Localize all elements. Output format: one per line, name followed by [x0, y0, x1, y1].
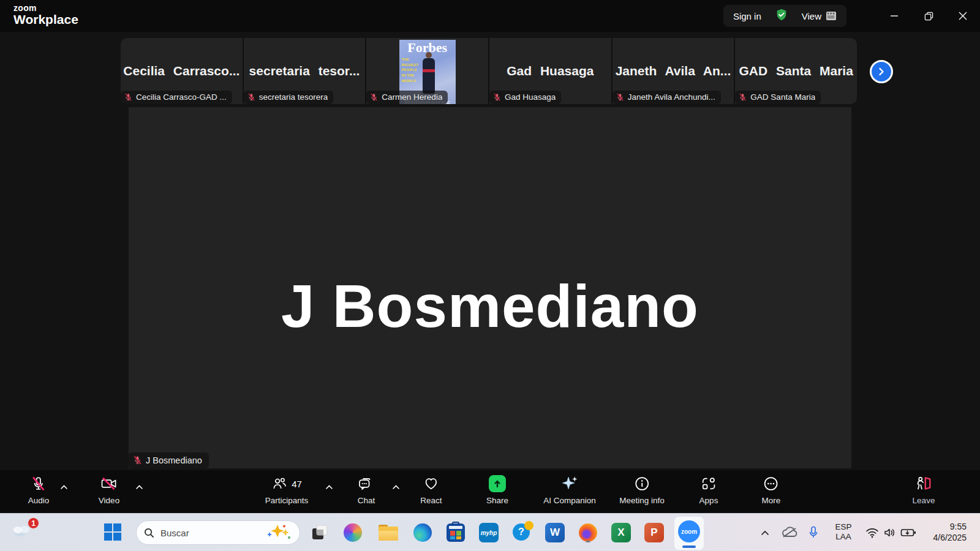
- participants-count: 47: [292, 479, 302, 489]
- participants-icon: [271, 476, 288, 492]
- video-tile-secretaria[interactable]: secretaria tesor... secretaria tesorera: [244, 38, 366, 104]
- tile-display-name: Gad Huasaga: [489, 64, 611, 78]
- word-button[interactable]: W: [544, 522, 566, 544]
- video-tile-gad-santa-maria[interactable]: GAD Santa Maria GAD Santa Maria: [735, 38, 857, 104]
- forbes-line: PEOPLE: [402, 67, 419, 73]
- video-tile-janeth[interactable]: Janeth Avila An... Janeth Avila Anchundi…: [612, 38, 734, 104]
- copilot-icon: [344, 523, 362, 542]
- tray-expand-button[interactable]: [754, 522, 776, 544]
- participants-options-caret[interactable]: [325, 481, 333, 492]
- chevron-up-icon: [135, 484, 143, 490]
- muted-camera-icon: [100, 476, 118, 492]
- security-shield-icon[interactable]: [775, 8, 788, 24]
- participant-filmstrip: Cecilia Carrasco... Cecilia Carrasco-GAD…: [121, 38, 857, 104]
- task-view-button[interactable]: [309, 522, 331, 544]
- speaker-label: J Bosmediano: [146, 455, 202, 465]
- mic-in-use-tray-icon[interactable]: [802, 522, 824, 544]
- microsoft-store-button[interactable]: [445, 522, 467, 544]
- share-label: Share: [486, 496, 508, 505]
- zoom-workplace-logo: zoom Workplace: [13, 4, 78, 26]
- ai-companion-button[interactable]: AI Companion: [543, 475, 596, 505]
- running-indicator: [586, 541, 590, 543]
- react-button[interactable]: React: [420, 475, 442, 505]
- meeting-info-label: Meeting info: [619, 496, 665, 505]
- battery-tray-button[interactable]: [897, 522, 919, 544]
- taskbar-clock[interactable]: 9:55 4/6/2025: [933, 521, 967, 544]
- muted-mic-icon: [738, 92, 747, 102]
- heart-icon: [423, 476, 440, 492]
- excel-button[interactable]: X: [610, 522, 632, 544]
- myhp-button[interactable]: myhp: [478, 522, 500, 544]
- help-icon: ?: [513, 523, 531, 542]
- participants-button[interactable]: 47 Participants: [265, 475, 309, 505]
- forbes-figure: [423, 58, 435, 94]
- video-button[interactable]: Video: [99, 475, 119, 505]
- more-button[interactable]: More: [762, 475, 781, 505]
- minimize-button[interactable]: [877, 0, 911, 32]
- next-page-button[interactable]: [870, 60, 893, 83]
- language-indicator[interactable]: ESP LAA: [835, 522, 851, 543]
- ai-companion-label: AI Companion: [543, 496, 596, 505]
- copilot-button[interactable]: [342, 522, 364, 544]
- view-label: View: [802, 11, 821, 21]
- wifi-icon: [865, 527, 879, 538]
- meeting-info-button[interactable]: Meeting info: [619, 475, 665, 505]
- weather-widget[interactable]: 1: [11, 521, 38, 544]
- chevron-up-icon: [761, 530, 769, 536]
- forbes-line: WORLD: [402, 78, 419, 84]
- tile-label: secretaria tesorera: [259, 92, 328, 102]
- video-tile-cecilia[interactable]: Cecilia Carrasco... Cecilia Carrasco-GAD…: [121, 38, 243, 104]
- audio-options-caret[interactable]: [60, 481, 68, 492]
- participants-label: Participants: [265, 496, 309, 505]
- tile-label: Janeth Avila Anchundi...: [628, 92, 715, 102]
- forbes-cover-lines: THE RICHEST PEOPLE IN THE WORLD: [402, 57, 419, 83]
- chat-button[interactable]: Chat: [358, 475, 375, 505]
- audio-label: Audio: [28, 496, 50, 505]
- powerpoint-button[interactable]: P: [643, 522, 665, 544]
- battery-saver-icon: [900, 528, 916, 538]
- get-help-button[interactable]: ?: [511, 522, 533, 544]
- leave-label: Leave: [913, 496, 935, 505]
- language-line1: ESP: [835, 522, 851, 533]
- video-tile-gad-huasaga[interactable]: Gad Huasaga Gad Huasaga: [489, 38, 611, 104]
- muted-mic-icon: [31, 476, 47, 492]
- start-button[interactable]: [104, 523, 123, 542]
- audio-button[interactable]: Audio: [28, 475, 50, 505]
- clock-date: 4/6/2025: [933, 533, 967, 544]
- sign-in-button[interactable]: Sign in: [733, 11, 761, 21]
- react-label: React: [420, 496, 442, 505]
- view-button[interactable]: View: [802, 11, 837, 21]
- edge-icon: [413, 523, 432, 542]
- onedrive-tray-button[interactable]: [778, 522, 801, 544]
- share-button[interactable]: Share: [486, 475, 508, 505]
- taskbar-search[interactable]: [136, 520, 300, 545]
- chat-options-caret[interactable]: [392, 481, 400, 492]
- chevron-up-icon: [60, 484, 68, 490]
- video-tile-carmen[interactable]: Forbes THE RICHEST PEOPLE IN THE WORLD B…: [366, 38, 488, 104]
- tile-label: Carmen Heredia: [382, 92, 442, 102]
- tile-label: Cecilia Carrasco-GAD ...: [136, 92, 227, 102]
- restore-button[interactable]: [911, 0, 946, 32]
- leave-button[interactable]: Leave: [913, 475, 935, 505]
- forbes-line: RICHEST: [402, 62, 419, 68]
- share-screen-icon: [489, 475, 506, 492]
- search-input[interactable]: [160, 528, 252, 538]
- close-button[interactable]: [946, 0, 980, 32]
- firefox-button[interactable]: [577, 522, 599, 544]
- video-options-caret[interactable]: [135, 481, 143, 492]
- apps-button[interactable]: Apps: [699, 475, 718, 505]
- ellipsis-icon: [763, 476, 779, 492]
- muted-mic-icon: [132, 455, 143, 465]
- search-highlights-icon: [265, 523, 292, 542]
- tile-label: Gad Huasaga: [505, 92, 556, 102]
- chat-icon: [358, 476, 375, 492]
- zoom-app-button-active[interactable]: zoom: [674, 516, 704, 550]
- logo-zoom-text: zoom: [13, 4, 78, 13]
- forbes-line: THE: [402, 57, 419, 62]
- chat-label: Chat: [358, 496, 375, 505]
- file-explorer-button[interactable]: [377, 522, 399, 544]
- zoom-workplace-window: zoom Workplace Sign in View: [0, 0, 980, 551]
- edge-button[interactable]: [412, 522, 434, 544]
- muted-mic-icon: [616, 92, 625, 102]
- tile-name-pill: Janeth Avila Anchundi...: [612, 91, 721, 104]
